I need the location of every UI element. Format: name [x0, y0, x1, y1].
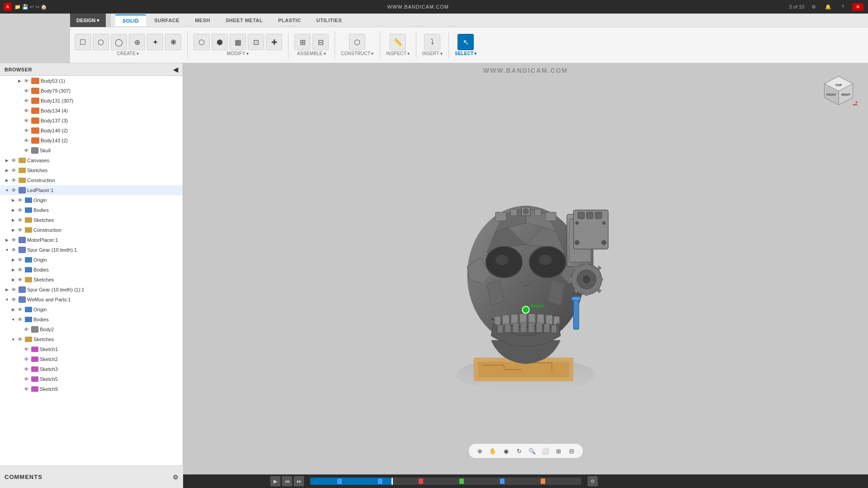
create-cylinder-btn[interactable]: ⬡ — [93, 34, 109, 50]
arrow-body53[interactable]: ▶ — [16, 79, 23, 83]
browser-item-ledplacer[interactable]: ▼ 👁 LedPlacer:1 — [0, 185, 183, 195]
inspect-label[interactable]: INSPECT ▾ — [386, 51, 410, 56]
status-next-btn[interactable]: ⏭ — [294, 476, 304, 486]
eye-construction-top[interactable]: 👁 — [10, 178, 17, 183]
assemble-label[interactable]: ASSEMBLE ▾ — [297, 51, 326, 56]
arrow-body137[interactable] — [16, 118, 23, 123]
browser-item-bodies-wemos[interactable]: ▼ 👁 Bodies — [0, 314, 183, 324]
eye-motorplacer[interactable]: 👁 — [10, 237, 17, 243]
arrow-wemos[interactable]: ▼ — [5, 296, 9, 303]
vp-look-btn[interactable]: ↻ — [513, 445, 525, 457]
eye-body143[interactable]: 👁 — [23, 138, 30, 143]
arrow-body134[interactable] — [16, 108, 23, 113]
bell-icon[interactable]: 🔔 — [823, 2, 833, 12]
create-sphere-btn[interactable]: ◯ — [111, 34, 127, 50]
eye-sketch2[interactable]: 👁 — [23, 357, 30, 362]
design-dropdown-button[interactable]: DESIGN ▾ — [70, 14, 106, 27]
arrow-body131[interactable] — [16, 99, 23, 103]
eye-body137[interactable]: 👁 — [23, 118, 30, 123]
eye-sketch5[interactable]: 👁 — [23, 376, 30, 382]
arrow-bodies-led[interactable]: ▶ — [10, 208, 16, 212]
arrow-sketches-sg[interactable]: ▶ — [10, 277, 16, 282]
browser-item-sketch9[interactable]: 👁 Sketch9 — [0, 384, 183, 394]
browser-item-sketch5[interactable]: 👁 Sketch5 — [0, 374, 183, 384]
arrow-bodies-sg[interactable]: ▶ — [10, 267, 16, 272]
browser-item-sketches-top[interactable]: ▶ 👁 Sketches — [0, 165, 183, 175]
browser-item-skull[interactable]: 👁 Skull — [0, 145, 183, 155]
eye-canvases[interactable]: 👁 — [10, 158, 17, 163]
modify-press-pull-btn[interactable]: ⬡ — [193, 34, 210, 50]
eye-sketch1[interactable]: 👁 — [23, 347, 30, 352]
browser-item-bodies-led[interactable]: ▶ 👁 Bodies — [0, 205, 183, 215]
browser-item-sketches-sg[interactable]: ▶ 👁 Sketches — [0, 275, 183, 285]
browser-item-sketches-wemos[interactable]: ▼ 👁 Sketches — [0, 334, 183, 344]
eye-ledplacer[interactable]: 👁 — [10, 188, 17, 193]
create-coil-btn[interactable]: ✦ — [147, 34, 163, 50]
eye-sketches-top[interactable]: 👁 — [10, 168, 17, 173]
arrow-sketches-led[interactable]: ▶ — [10, 218, 16, 222]
browser-item-canvases[interactable]: ▶ 👁 Canvases — [0, 155, 183, 165]
timeline-bar[interactable] — [310, 478, 581, 485]
arrow-body140[interactable] — [16, 128, 23, 133]
comments-settings-icon[interactable]: ⚙ — [173, 474, 179, 481]
eye-sketches-sg[interactable]: 👁 — [16, 277, 24, 282]
vp-pivot-btn[interactable]: ⊕ — [474, 445, 486, 457]
vp-grid-btn[interactable]: ⊞ — [552, 445, 564, 457]
eye-wemos[interactable]: 👁 — [10, 297, 17, 302]
eye-skull[interactable]: 👁 — [23, 148, 30, 153]
viewport-content[interactable]: PIVOT TOP RIGHT FRONT X — [183, 63, 868, 474]
select-label[interactable]: SELECT ▾ — [455, 51, 477, 56]
eye-origin-led[interactable]: 👁 — [16, 197, 24, 203]
browser-item-spurgear[interactable]: ▼ 👁 Spur Gear (10 teeth):1 — [0, 245, 183, 255]
vp-display-btn[interactable]: ⬜ — [539, 445, 551, 457]
arrow-sketch3[interactable] — [16, 367, 23, 371]
modify-label[interactable]: MODIFY ▾ — [227, 51, 249, 56]
browser-item-origin-wemos[interactable]: ▶ 👁 Origin — [0, 305, 183, 314]
arrow-sketch9[interactable] — [16, 387, 23, 391]
arrow-sketch2[interactable] — [16, 357, 23, 361]
browser-item-body134[interactable]: 👁 Body134 (4) — [0, 106, 183, 116]
arrow-spurgear[interactable]: ▼ — [5, 247, 9, 253]
eye-body131[interactable]: 👁 — [23, 98, 30, 103]
arrow-spurgear2[interactable]: ▶ — [4, 287, 10, 292]
eye-construction-led[interactable]: 👁 — [16, 227, 24, 233]
arrow-origin-led[interactable]: ▶ — [10, 198, 16, 202]
eye-body140[interactable]: 👁 — [23, 128, 30, 133]
eye-origin-wemos[interactable]: 👁 — [16, 307, 24, 312]
eye-sketches-wemos[interactable]: 👁 — [16, 337, 24, 342]
browser-item-sketches-led[interactable]: ▶ 👁 Sketches — [0, 215, 183, 225]
arrow-body143[interactable] — [16, 138, 23, 143]
eye-sketch9[interactable]: 👁 — [23, 386, 30, 392]
tab-solid[interactable]: SOLID — [115, 14, 146, 26]
browser-item-origin-led[interactable]: ▶ 👁 Origin — [0, 195, 183, 205]
tab-surface[interactable]: SURFACE — [147, 14, 187, 26]
browser-item-construction-led[interactable]: ▶ 👁 Construction — [0, 225, 183, 235]
create-torus-btn[interactable]: ⊕ — [129, 34, 145, 50]
eye-bodies-wemos[interactable]: 👁 — [16, 317, 24, 322]
browser-item-body140[interactable]: 👁 Body140 (2) — [0, 126, 183, 136]
arrow-body2[interactable] — [16, 327, 23, 332]
eye-sketch3[interactable]: 👁 — [23, 366, 30, 372]
eye-body53[interactable]: 👁 — [23, 78, 30, 84]
arrow-bodies-wemos[interactable]: ▼ — [11, 316, 15, 323]
tab-utilities[interactable]: UTILITIES — [309, 14, 349, 26]
eye-body79[interactable]: 👁 — [23, 88, 30, 94]
arrow-sketches-wemos[interactable]: ▼ — [11, 336, 15, 343]
arrow-body79[interactable] — [16, 89, 23, 93]
construct-label[interactable]: CONSTRUCT ▾ — [341, 51, 374, 56]
eye-bodies-sg[interactable]: 👁 — [16, 267, 24, 272]
arrow-construction-led[interactable]: ▶ — [10, 228, 16, 232]
browser-item-origin-sg[interactable]: ▶ 👁 Origin — [0, 255, 183, 265]
tab-mesh[interactable]: MESH — [188, 14, 217, 26]
modify-draft-btn[interactable]: ✚ — [266, 34, 282, 50]
status-prev-btn[interactable]: ⏮ — [282, 476, 292, 486]
eye-bodies-led[interactable]: 👁 — [16, 207, 24, 213]
construct-plane-btn[interactable]: ⬡ — [349, 34, 365, 50]
vp-pan-btn[interactable]: ✋ — [487, 445, 499, 457]
insert-decal-btn[interactable]: ⤵ — [424, 34, 440, 50]
eye-origin-sg[interactable]: 👁 — [16, 257, 24, 263]
modify-shell-btn[interactable]: ⊡ — [248, 34, 264, 50]
eye-body2[interactable]: 👁 — [23, 327, 30, 332]
arrow-construction-top[interactable]: ▶ — [4, 178, 10, 183]
status-play-btn[interactable]: ▶ — [270, 476, 280, 486]
